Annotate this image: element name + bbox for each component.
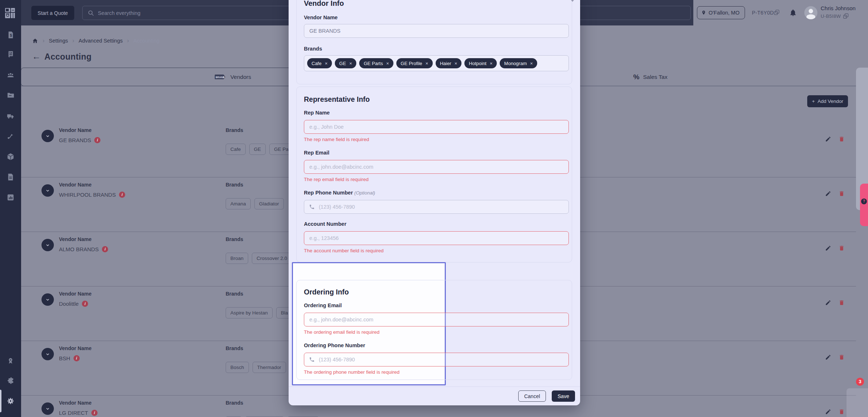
chevron-down-icon — [45, 406, 51, 412]
remove-brand-icon[interactable]: × — [325, 61, 328, 66]
sidebar-item-deliveries[interactable] — [7, 112, 15, 120]
notifications-bell-icon[interactable] — [789, 8, 797, 17]
save-button[interactable]: Save — [552, 390, 575, 402]
copy-icon[interactable] — [843, 13, 848, 19]
remove-brand-icon[interactable]: × — [386, 61, 389, 66]
selected-brand-label: Hotpoint — [469, 61, 486, 66]
rep-phone-label: Rep Phone Number (Optional) — [304, 190, 375, 196]
vendor-name-field[interactable] — [304, 24, 569, 38]
expand-row-button[interactable] — [41, 402, 54, 415]
edit-vendor-button[interactable] — [825, 191, 831, 198]
vendor-name-value: BSH — [59, 355, 70, 361]
remove-brand-icon[interactable]: × — [530, 61, 533, 66]
delete-vendor-button[interactable] — [839, 191, 845, 198]
edit-vendor-button[interactable] — [825, 136, 831, 144]
ordering-email-field[interactable] — [304, 313, 569, 326]
ordering-phone-field[interactable] — [304, 353, 569, 366]
chevron-down-icon — [45, 188, 51, 193]
sidebar-item-reports[interactable] — [7, 193, 15, 201]
sidebar: $ — [0, 0, 21, 417]
question-icon: ? — [861, 199, 867, 204]
sidebar-item-files[interactable] — [7, 91, 15, 99]
edit-vendor-button[interactable] — [825, 300, 831, 307]
sidebar-item-rewards[interactable] — [7, 357, 15, 365]
info-icon[interactable]: i — [119, 192, 125, 198]
brands-multiselect[interactable]: Cafe×GE×GE Parts×GE Profile×Haier×Hotpoi… — [304, 55, 569, 71]
edit-vendor-button[interactable] — [825, 354, 831, 362]
sidebar-item-quotes[interactable]: $ — [7, 31, 15, 39]
cancel-button[interactable]: Cancel — [518, 390, 546, 402]
delete-vendor-button[interactable] — [839, 245, 845, 253]
vendor-name-value: GE BRANDS — [59, 137, 91, 143]
rep-email-field[interactable] — [304, 160, 569, 174]
edit-vendor-button[interactable] — [825, 245, 831, 253]
rep-phone-field[interactable] — [304, 200, 569, 214]
optional-note: (Optional) — [354, 190, 375, 196]
selected-brand-label: Cafe — [312, 61, 321, 66]
copy-icon[interactable] — [774, 10, 779, 15]
delete-vendor-button[interactable] — [839, 300, 845, 307]
sidebar-item-inventory[interactable] — [7, 153, 15, 161]
info-icon[interactable]: i — [94, 137, 100, 143]
svg-text:$: $ — [10, 33, 12, 37]
delete-vendor-button[interactable] — [839, 409, 845, 416]
delete-vendor-button[interactable] — [839, 354, 845, 362]
pencil-icon — [825, 191, 831, 197]
search-input[interactable] — [98, 6, 316, 20]
percent-icon: % — [633, 73, 639, 81]
info-icon[interactable]: i — [74, 355, 80, 361]
brands-column-label: Brands — [226, 291, 243, 297]
brand-chip-list: BroanCrossover 2.0 — [226, 253, 292, 264]
breadcrumb-item[interactable]: Advanced Settings — [79, 38, 123, 44]
start-quote-button[interactable]: Start a Quote — [31, 6, 74, 20]
breadcrumb: ›Settings›Advanced Settings›Accounting — [32, 36, 159, 45]
trash-icon — [839, 409, 845, 415]
home-icon[interactable] — [32, 38, 38, 44]
sidebar-item-documents[interactable] — [7, 173, 15, 181]
rep-email-label: Rep Email — [304, 150, 329, 156]
brand-tag-icon: BRAND — [214, 74, 227, 80]
remove-brand-icon[interactable]: × — [425, 61, 428, 66]
breadcrumb-item[interactable]: Settings — [49, 38, 68, 44]
app-logo-icon[interactable] — [4, 6, 17, 20]
account-number-field[interactable] — [304, 231, 569, 245]
chevron-down-icon[interactable] — [571, 0, 574, 2]
remove-brand-icon[interactable]: × — [455, 61, 457, 66]
notification-count-badge[interactable]: 3 — [856, 378, 864, 386]
expand-row-button[interactable] — [41, 293, 54, 306]
user-avatar[interactable] — [804, 6, 817, 19]
location-pill[interactable]: O'Fallon, MO — [697, 6, 745, 19]
sidebar-item-settings[interactable] — [7, 397, 15, 405]
brand-chip: Broan — [226, 253, 248, 264]
sidebar-item-customers[interactable] — [7, 71, 15, 79]
gear-icon — [7, 397, 15, 405]
breadcrumb-separator: › — [72, 37, 74, 44]
user-code: U-B5I8W — [821, 13, 841, 19]
remove-brand-icon[interactable]: × — [490, 61, 493, 66]
chevron-down-icon — [45, 351, 51, 357]
selected-brand-label: Monogram — [504, 61, 527, 66]
edit-vendor-button[interactable] — [825, 409, 831, 416]
sidebar-item-integrations[interactable] — [7, 377, 15, 385]
add-vendor-button[interactable]: + Add Vendor — [807, 95, 848, 107]
edit-vendor-modal: Vendor Info Vendor Name Brands Cafe×GE×G… — [289, 0, 580, 405]
receipt-icon — [7, 51, 15, 59]
back-arrow-icon[interactable]: ← — [32, 51, 41, 61]
brands-column-label: Brands — [226, 182, 243, 188]
info-icon[interactable]: i — [102, 246, 108, 252]
sidebar-item-orders[interactable] — [7, 51, 15, 59]
rep-name-field[interactable] — [304, 120, 569, 134]
brand-chip: GE — [249, 144, 266, 155]
delete-vendor-button[interactable] — [839, 136, 845, 144]
sidebar-item-routing[interactable] — [7, 132, 15, 140]
help-tab[interactable]: ? — [860, 184, 868, 226]
expand-row-button[interactable] — [41, 130, 54, 142]
expand-row-button[interactable] — [41, 348, 54, 360]
remove-brand-icon[interactable]: × — [349, 61, 352, 66]
expand-row-button[interactable] — [41, 184, 54, 197]
info-icon[interactable]: i — [82, 301, 88, 307]
vendor-name-value: LG DIRECT — [59, 410, 88, 416]
info-icon[interactable]: i — [91, 410, 98, 416]
brand-chip: Amana — [226, 198, 251, 209]
expand-row-button[interactable] — [41, 239, 54, 251]
